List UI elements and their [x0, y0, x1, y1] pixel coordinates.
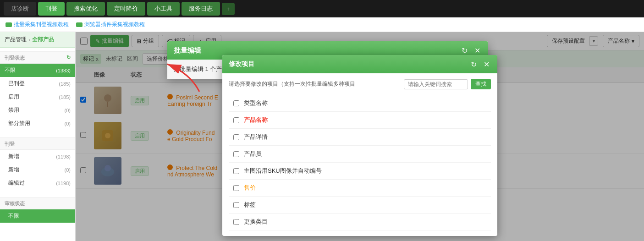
- option-item-产品名称[interactable]: 产品名称: [229, 112, 491, 129]
- batch-edit-refresh-button[interactable]: ↻: [460, 46, 469, 55]
- filter-item-新增2[interactable]: 新增 (0): [0, 163, 75, 176]
- main-area: 产品管理 › 全部产品 刊登状态 ↻ 不限 (1383) 已刊登 (185) 启…: [0, 32, 644, 241]
- option-item-主图沿用SKU[interactable]: 主图沿用SKU图像并自动编号: [229, 163, 491, 180]
- filter-group-title-刊登状态: 刊登状态 ↻: [0, 51, 75, 64]
- breadcrumb-parent[interactable]: 产品管理: [5, 36, 27, 44]
- filter-item-不限[interactable]: 不限 (1383): [0, 64, 75, 77]
- content-area: ✎ 批量编辑 ⊞ 分组 🏷 标记 ▲ 启用 保存预设配置 ▾ 产品名称 ▾: [76, 32, 644, 241]
- sub-modal-header: 修改项目 ↻ ✕: [222, 55, 497, 73]
- search-box: 查找: [404, 79, 491, 89]
- nav-tab-小工具[interactable]: 小工具: [147, 2, 180, 16]
- nav-tab-shop-diag[interactable]: 店诊断: [4, 2, 36, 16]
- breadcrumb-current: 全部产品: [32, 36, 54, 44]
- option-item-产品员[interactable]: 产品员: [229, 146, 491, 163]
- filter-group-title-刊登: 刊登: [0, 137, 75, 150]
- tutorial-link-2[interactable]: 浏览器插件采集视频教程: [76, 21, 145, 28]
- filter-group-title-审核状态: 审核状态: [0, 197, 75, 209]
- option-checkbox-产品详情[interactable]: [233, 134, 239, 140]
- filter-section-审核状态: 审核状态 不限: [0, 193, 75, 226]
- option-item-售价[interactable]: 售价: [229, 180, 491, 197]
- option-checkbox-标签[interactable]: [233, 202, 239, 208]
- filter-section-刊登状态: 刊登状态 ↻ 不限 (1383) 已刊登 (185) 启用 (185) 禁用 (…: [0, 48, 75, 134]
- option-checkbox-类型名称[interactable]: [233, 100, 239, 106]
- nav-tab-服务日志[interactable]: 服务日志: [182, 2, 220, 16]
- option-item-类型名称[interactable]: 类型名称: [229, 95, 491, 112]
- search-button[interactable]: 查找: [471, 79, 491, 89]
- option-item-产品详情[interactable]: 产品详情: [229, 129, 491, 146]
- filter-item-部分禁用[interactable]: 部分禁用 (0): [0, 117, 75, 130]
- option-checkbox-更换类目[interactable]: [233, 219, 239, 225]
- option-item-更换类目[interactable]: 更换类目: [229, 214, 491, 230]
- batch-edit-close-button[interactable]: ✕: [473, 46, 482, 55]
- option-checkbox-主图沿用SKU[interactable]: [233, 168, 239, 174]
- filter-item-审核不限[interactable]: 不限: [0, 209, 75, 223]
- top-nav: 店诊断 刊登 搜索优化 定时降价 小工具 服务日志 +: [0, 0, 644, 17]
- refresh-刊登状态-icon[interactable]: ↻: [66, 55, 71, 60]
- filter-item-启用[interactable]: 启用 (185): [0, 90, 75, 104]
- video-icon-2: [76, 22, 83, 27]
- breadcrumb: 产品管理 › 全部产品: [5, 36, 54, 44]
- sidebar-header: 产品管理 › 全部产品: [0, 32, 75, 48]
- options-list: 类型名称 产品名称 产品详情 产品员: [229, 95, 491, 230]
- sub-modal: 修改项目 ↻ ✕ 请选择要修改的项目（支持一次性批量编辑多种项目 查找: [222, 55, 497, 236]
- option-checkbox-产品员[interactable]: [233, 151, 239, 157]
- search-input[interactable]: [404, 79, 468, 89]
- filter-item-禁用[interactable]: 禁用 (0): [0, 104, 75, 117]
- video-icon-1: [6, 22, 12, 27]
- option-item-标签[interactable]: 标签: [229, 197, 491, 214]
- tutorial-link-1[interactable]: 批量采集刊登视频教程: [6, 21, 69, 28]
- option-checkbox-售价[interactable]: [233, 185, 239, 191]
- left-sidebar: 产品管理 › 全部产品 刊登状态 ↻ 不限 (1383) 已刊登 (185) 启…: [0, 32, 76, 241]
- tutorial-bar: 批量采集刊登视频教程 浏览器插件采集视频教程: [0, 17, 644, 32]
- batch-count-info: 共批量编辑 1 个产品: [174, 65, 228, 73]
- filter-item-新增1[interactable]: 新增 (1198): [0, 150, 75, 163]
- nav-tab-定时降价[interactable]: 定时降价: [107, 2, 145, 16]
- option-checkbox-产品名称[interactable]: [233, 117, 239, 123]
- batch-edit-modal-title: 批量编辑: [174, 46, 201, 55]
- batch-edit-modal-controls: ↻ ✕: [460, 46, 482, 55]
- sub-modal-refresh-button[interactable]: ↻: [469, 60, 478, 69]
- nav-tab-搜索优化[interactable]: 搜索优化: [66, 2, 105, 16]
- nav-tab-刊登[interactable]: 刊登: [38, 2, 65, 16]
- sub-modal-close-button[interactable]: ✕: [482, 60, 491, 69]
- sub-modal-title: 修改项目: [229, 60, 254, 68]
- filter-item-已刊登[interactable]: 已刊登 (185): [0, 77, 75, 90]
- sub-modal-controls: ↻ ✕: [469, 60, 491, 69]
- filter-section-刊登: 刊登 新增 (1198) 新增 (0) 编辑过 (1198): [0, 134, 75, 193]
- nav-tab-plus[interactable]: +: [222, 3, 235, 15]
- sub-modal-body: 请选择要修改的项目（支持一次性批量编辑多种项目 查找 类型名称 产品名称: [222, 73, 497, 236]
- filter-item-编辑过[interactable]: 编辑过 (1198): [0, 176, 75, 190]
- sub-modal-desc: 请选择要修改的项目（支持一次性批量编辑多种项目 查找: [229, 79, 491, 89]
